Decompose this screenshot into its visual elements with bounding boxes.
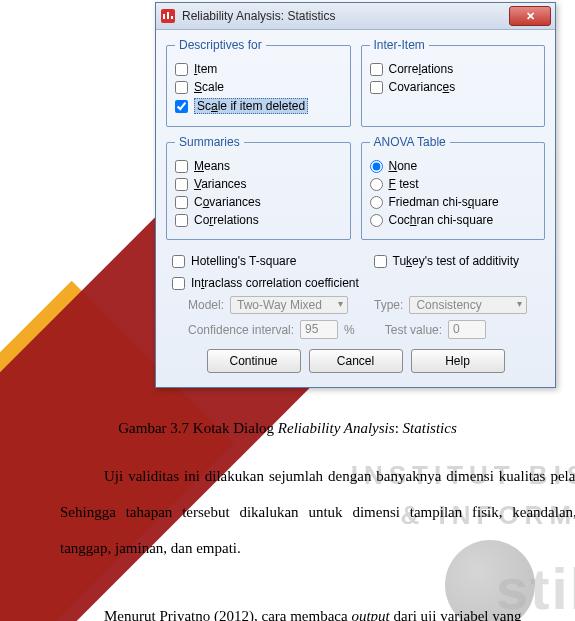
rad-anova-ftest-label: F test (389, 177, 419, 191)
chk-scale-if-deleted[interactable]: Scale if item deleted (175, 98, 342, 114)
select-type: Consistency (409, 296, 527, 314)
chk-scale-if-deleted-label: Scale if item deleted (194, 98, 308, 114)
chk-intraclass[interactable]: Intraclass correlation coefficient (172, 276, 545, 290)
chk-scale-input[interactable] (175, 81, 188, 94)
chk-sum-variances-label: Variances (194, 177, 246, 191)
chk-sum-covariances-input[interactable] (175, 196, 188, 209)
input-testvalue: 0 (448, 320, 486, 339)
chk-ii-correlations-label: Correlations (389, 62, 454, 76)
chk-scale[interactable]: Scale (175, 80, 342, 94)
chk-intraclass-input[interactable] (172, 277, 185, 290)
rad-anova-cochran[interactable]: Cochran chi-square (370, 213, 537, 227)
reliability-statistics-dialog: Reliability Analysis: Statistics ✕ Descr… (155, 2, 556, 388)
legend-summaries: Summaries (175, 135, 244, 149)
dialog-title: Reliability Analysis: Statistics (182, 9, 509, 23)
label-ci: Confidence interval: (188, 323, 294, 337)
chk-ii-covariances-input[interactable] (370, 81, 383, 94)
dialog-body: Descriptives for Item Scale Scale if ite… (156, 30, 555, 387)
label-type: Type: (374, 298, 403, 312)
rad-anova-none[interactable]: None (370, 159, 537, 173)
rad-anova-friedman-label: Friedman chi-square (389, 195, 499, 209)
svg-rect-3 (171, 16, 173, 19)
chk-tukey-label: Tukey's test of additivity (393, 254, 520, 268)
paragraph-1: Uji validitas ini dilakukan sejumlah den… (60, 458, 575, 566)
chk-sum-covariances[interactable]: Covariances (175, 195, 342, 209)
close-button[interactable]: ✕ (509, 6, 551, 26)
chk-sum-correlations-label: Correlations (194, 213, 259, 227)
chk-item[interactable]: Item (175, 62, 342, 76)
paragraph-2: Menurut Priyatno (2012), cara membaca ou… (60, 598, 575, 621)
lower-checks: Hotelling's T-square Tukey's test of add… (172, 250, 545, 339)
app-icon (160, 8, 176, 24)
help-button[interactable]: Help (411, 349, 505, 373)
rad-anova-ftest[interactable]: F test (370, 177, 537, 191)
titlebar: Reliability Analysis: Statistics ✕ (156, 3, 555, 30)
rad-anova-none-label: None (389, 159, 418, 173)
chk-ii-correlations-input[interactable] (370, 63, 383, 76)
rad-anova-none-input[interactable] (370, 160, 383, 173)
chk-item-input[interactable] (175, 63, 188, 76)
svg-rect-2 (167, 12, 169, 19)
label-model: Model: (188, 298, 224, 312)
chk-tukey-input[interactable] (374, 255, 387, 268)
rad-anova-friedman-input[interactable] (370, 196, 383, 209)
rad-anova-cochran-label: Cochran chi-square (389, 213, 494, 227)
legend-anova: ANOVA Table (370, 135, 450, 149)
chk-sum-means[interactable]: Means (175, 159, 342, 173)
rad-anova-ftest-input[interactable] (370, 178, 383, 191)
label-ci-pct: % (344, 323, 355, 337)
group-anova: ANOVA Table None F test Friedman chi-squ… (361, 135, 546, 240)
rad-anova-cochran-input[interactable] (370, 214, 383, 227)
group-descriptives: Descriptives for Item Scale Scale if ite… (166, 38, 351, 127)
chk-scale-label: Scale (194, 80, 224, 94)
chk-sum-covariances-label: Covariances (194, 195, 261, 209)
rad-anova-friedman[interactable]: Friedman chi-square (370, 195, 537, 209)
figure-caption: Gambar 3.7 Kotak Dialog Reliability Anal… (0, 420, 575, 437)
chk-hotelling-input[interactable] (172, 255, 185, 268)
chk-sum-correlations[interactable]: Correlations (175, 213, 342, 227)
svg-rect-1 (163, 14, 165, 19)
close-icon: ✕ (526, 10, 535, 23)
chk-sum-variances[interactable]: Variances (175, 177, 342, 191)
chk-sum-means-input[interactable] (175, 160, 188, 173)
select-model: Two-Way Mixed (230, 296, 348, 314)
row-ci-test: Confidence interval: 95 % Test value: 0 (188, 320, 545, 339)
chk-tukey[interactable]: Tukey's test of additivity (374, 254, 546, 268)
chk-sum-correlations-input[interactable] (175, 214, 188, 227)
chk-scale-if-deleted-input[interactable] (175, 100, 188, 113)
chk-hotelling[interactable]: Hotelling's T-square (172, 254, 344, 268)
chk-sum-variances-input[interactable] (175, 178, 188, 191)
cancel-button[interactable]: Cancel (309, 349, 403, 373)
chk-intraclass-label: Intraclass correlation coefficient (191, 276, 359, 290)
legend-inter-item: Inter-Item (370, 38, 429, 52)
label-testvalue: Test value: (385, 323, 442, 337)
chk-hotelling-label: Hotelling's T-square (191, 254, 296, 268)
legend-descriptives: Descriptives for (175, 38, 266, 52)
chk-item-label: Item (194, 62, 217, 76)
continue-button[interactable]: Continue (207, 349, 301, 373)
chk-ii-covariances-label: Covariances (389, 80, 456, 94)
group-summaries: Summaries Means Variances Covariances Co… (166, 135, 351, 240)
button-bar: Continue Cancel Help (166, 345, 545, 381)
row-model-type: Model: Two-Way Mixed Type: Consistency (188, 296, 545, 314)
chk-ii-covariances[interactable]: Covariances (370, 80, 537, 94)
input-ci: 95 (300, 320, 338, 339)
chk-sum-means-label: Means (194, 159, 230, 173)
chk-ii-correlations[interactable]: Correlations (370, 62, 537, 76)
group-inter-item: Inter-Item Correlations Covariances (361, 38, 546, 127)
